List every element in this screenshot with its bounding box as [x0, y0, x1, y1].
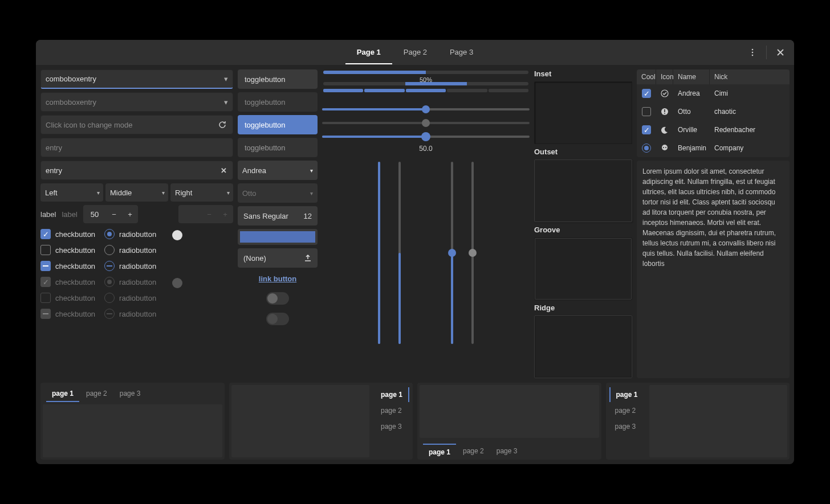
radio-mixed[interactable]: radiobutton [104, 261, 156, 271]
th-nick[interactable]: Nick [710, 69, 790, 84]
check-label: checkbutton [55, 262, 95, 271]
check-checked[interactable]: ✓checkbutton [40, 229, 95, 239]
radio-checked[interactable]: radiobutton [104, 229, 156, 239]
clear-icon[interactable]: ✕ [221, 166, 227, 175]
cell-cool[interactable] [637, 141, 656, 155]
entry-input-2[interactable] [46, 166, 228, 175]
check-label: checkbutton [55, 278, 95, 286]
nb-tab-1[interactable]: page 1 [375, 387, 409, 402]
treeview[interactable]: Cool Icon Name Nick ✓AndreaCimiOttochaot… [637, 69, 790, 157]
nb-tabs: page 1 page 2 page 3 [417, 440, 601, 460]
entry-with-clear[interactable]: ✕ [40, 161, 233, 180]
togglebutton-1[interactable]: togglebutton [238, 69, 318, 89]
titlebar-right [743, 43, 790, 62]
color-button[interactable] [238, 229, 318, 245]
dropdown-middle[interactable]: Middle▾ [105, 183, 168, 202]
cell-nick: chaotic [710, 105, 790, 118]
radio-column: radiobutton radiobutton radiobutton radi… [104, 229, 156, 319]
cell-cool[interactable]: ✓ [637, 123, 656, 137]
svg-point-7 [662, 145, 668, 150]
tab-page1[interactable]: Page 1 [345, 41, 392, 64]
lone-radio-disabled [172, 278, 182, 288]
close-button[interactable] [771, 43, 790, 62]
reload-icon[interactable] [218, 120, 227, 129]
content: comboboxentry ▾ comboboxentry ▾ [36, 65, 794, 464]
spinbutton[interactable]: 50 − + [83, 205, 138, 223]
cell-icon [656, 142, 673, 154]
hscale-3-marks[interactable] [322, 131, 530, 142]
nb-tab-2[interactable]: page 2 [457, 444, 490, 460]
frame-inset [534, 81, 632, 144]
vscale-3[interactable] [446, 162, 458, 344]
hscale-group: 50.0 [322, 101, 530, 153]
tab-page2[interactable]: Page 2 [392, 41, 438, 64]
hscale-value: 50.0 [322, 145, 530, 153]
togglebutton-2: togglebutton [238, 92, 318, 112]
th-icon[interactable]: Icon [656, 69, 673, 84]
font-size: 12 [304, 212, 312, 220]
radio-label: radiobutton [119, 310, 156, 318]
togglebutton-3-active[interactable]: togglebutton [238, 115, 318, 134]
hscale-1[interactable] [322, 104, 530, 115]
mode-entry[interactable] [40, 115, 233, 134]
th-cool[interactable]: Cool [637, 69, 656, 84]
switch-1[interactable] [266, 292, 289, 305]
svg-point-0 [752, 49, 754, 51]
menu-button[interactable] [743, 43, 762, 62]
nb-tab-3[interactable]: page 3 [375, 419, 409, 434]
nb-tab-2[interactable]: page 2 [609, 403, 644, 418]
svg-rect-5 [664, 109, 665, 112]
nb-body [231, 385, 369, 457]
spinbutton-disabled: − + [178, 205, 233, 223]
kebab-icon [748, 48, 756, 56]
check-mixed[interactable]: checkbutton [40, 261, 95, 271]
combo-placeholder: comboboxentry [46, 98, 96, 106]
comboboxentry-1[interactable]: comboboxentry ▾ [40, 69, 233, 89]
nb-tab-3[interactable]: page 3 [609, 419, 644, 434]
nb-tab-2[interactable]: page 2 [80, 386, 113, 402]
vscale-1[interactable] [373, 162, 385, 344]
spin-plus[interactable]: + [122, 205, 138, 223]
close-icon [777, 49, 784, 56]
chevron-down-icon: ▾ [227, 190, 230, 196]
cell-cool[interactable]: ✓ [637, 87, 656, 100]
table-row[interactable]: ✓OrvilleRedenbacher [637, 121, 790, 139]
nb-tab-1[interactable]: page 1 [46, 386, 79, 402]
nb-body [420, 385, 599, 438]
nb-tab-3[interactable]: page 3 [114, 386, 147, 402]
frame-label-ridge: Ridge [534, 304, 632, 312]
dropdown-right[interactable]: Right▾ [170, 183, 233, 202]
cell-cool[interactable] [637, 105, 656, 118]
lone-radio[interactable] [172, 230, 182, 240]
progressbar-1 [323, 71, 528, 74]
link-button[interactable]: link button [238, 271, 318, 286]
combo-andrea[interactable]: Andrea▾ [238, 161, 318, 180]
table-row[interactable]: ✓AndreaCimi [637, 84, 790, 103]
entry-placeholder[interactable] [40, 138, 233, 157]
notebook-row: page 1 page 2 page 3 page 1 page 2 page … [40, 383, 790, 460]
radio-label: radiobutton [119, 294, 156, 302]
chevron-down-icon: ▾ [310, 190, 313, 196]
entry-input-1[interactable] [46, 144, 228, 152]
header-tabs: Page 1 Page 2 Page 3 [345, 41, 485, 64]
th-name[interactable]: Name [673, 69, 710, 84]
nb-tab-1[interactable]: page 1 [423, 444, 456, 460]
spin-minus[interactable]: − [106, 205, 122, 223]
table-row[interactable]: BenjaminCompany [637, 139, 790, 157]
radio-unchecked[interactable]: radiobutton [104, 245, 156, 255]
dropdown-left[interactable]: Left▾ [40, 183, 103, 202]
label-2: label [62, 210, 77, 219]
check-unchecked[interactable]: checkbutton [40, 245, 95, 255]
vscale-2[interactable] [394, 162, 405, 344]
font-button[interactable]: Sans Regular12 [238, 206, 318, 226]
comboboxentry-2[interactable]: comboboxentry ▾ [40, 92, 233, 112]
file-chooser-button[interactable]: (None) [238, 248, 318, 268]
tab-page3[interactable]: Page 3 [438, 41, 485, 64]
mode-input[interactable] [46, 121, 228, 129]
nb-tab-2[interactable]: page 2 [375, 403, 409, 418]
spin-plus: + [217, 205, 233, 223]
nb-tab-3[interactable]: page 3 [491, 444, 523, 460]
textview[interactable]: Lorem ipsum dolor sit amet, consectetur … [637, 161, 790, 378]
nb-tab-1[interactable]: page 1 [609, 387, 644, 402]
table-row[interactable]: Ottochaotic [637, 103, 790, 121]
